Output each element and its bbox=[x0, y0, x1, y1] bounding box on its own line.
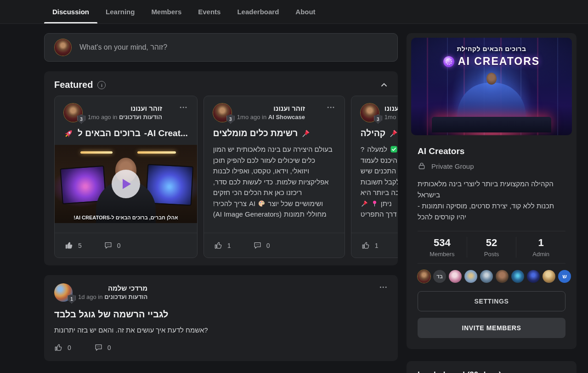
member-avatar[interactable] bbox=[449, 270, 462, 283]
member-avatar[interactable] bbox=[418, 270, 430, 283]
category-link[interactable]: הודעות ועדכונים bbox=[104, 293, 147, 300]
composer-placeholder: What's on your mind, זוהר? bbox=[79, 43, 167, 52]
sidebar-column: ברוכים הבאים לקהילת AI CREATORS AI Creat… bbox=[407, 33, 577, 373]
comment-count: 0 bbox=[107, 344, 111, 351]
comment-icon bbox=[94, 343, 103, 352]
like-button[interactable]: 0 bbox=[54, 343, 71, 352]
member-avatar[interactable]: ש bbox=[558, 270, 571, 283]
palette-icon bbox=[258, 200, 266, 207]
tab-about[interactable]: About bbox=[287, 0, 323, 23]
more-options-icon[interactable]: ••• bbox=[327, 103, 335, 110]
post-title[interactable]: קהילה bbox=[361, 128, 398, 138]
post-body: ? למעלה היכנס לעמוד התכנים שיש לקבל תשוב… bbox=[361, 144, 398, 220]
category-link[interactable]: AI Showcase bbox=[268, 114, 305, 121]
banner-desk bbox=[432, 117, 551, 132]
post-title[interactable]: רשימת כלים מומלצים bbox=[213, 128, 335, 138]
like-count: 0 bbox=[68, 344, 71, 351]
author-name[interactable]: זוהר וענונו bbox=[88, 104, 162, 112]
studio-light bbox=[137, 151, 176, 154]
tab-learning[interactable]: Learning bbox=[97, 0, 143, 23]
post-title[interactable]: ברוכים הבאים ל-AI Creat... bbox=[64, 128, 188, 138]
post-meta: 1mo ago in הודעות ועדכונים bbox=[88, 114, 162, 121]
info-icon[interactable]: i bbox=[97, 81, 106, 89]
like-button[interactable]: 1 bbox=[362, 241, 379, 250]
more-options-icon[interactable]: ••• bbox=[180, 103, 188, 110]
featured-card-welcome[interactable]: 3 זוהר וענונו 1mo ago in הודעות ועדכונים… bbox=[54, 96, 198, 258]
level-badge: 1 bbox=[68, 294, 76, 304]
member-avatar[interactable] bbox=[496, 270, 509, 283]
invite-members-button[interactable]: INVITE MEMBERS bbox=[418, 318, 565, 338]
leaderboard-title: Leaderboard (30-days) bbox=[418, 370, 565, 373]
privacy-label: Private Group bbox=[431, 162, 474, 170]
post-body: בעולם היצירה עם בינה מלאכותית יש המון כל… bbox=[213, 144, 335, 220]
group-description: הקהילה המקצועית ביותר ליוצרי בינה מלאכות… bbox=[418, 178, 565, 223]
level-badge: 3 bbox=[226, 115, 235, 124]
banner-figure-head bbox=[486, 73, 497, 85]
featured-card-community[interactable]: 3 זוהר וענונו 1mo קהילה bbox=[351, 96, 398, 258]
leaderboard-card: Leaderboard (30-days) bbox=[407, 361, 577, 373]
like-button[interactable]: 5 bbox=[65, 241, 82, 250]
author-name[interactable]: מרדכי שלמה bbox=[78, 284, 147, 292]
comment-icon bbox=[104, 241, 113, 250]
post-title[interactable]: לגביי הרשמה של גוגל בלבד bbox=[54, 309, 388, 320]
group-stats: 534 Members 52 Posts 1 Admin bbox=[418, 231, 565, 264]
chevron-up-icon bbox=[380, 81, 388, 89]
author-avatar[interactable]: 1 bbox=[54, 283, 73, 302]
play-button[interactable] bbox=[112, 170, 140, 198]
group-info-card: ברוכים הבאים לקהילת AI CREATORS AI Creat… bbox=[407, 33, 577, 349]
tab-members[interactable]: Members bbox=[143, 0, 190, 23]
featured-section: Featured i 3 bbox=[44, 71, 398, 265]
featured-card-tools[interactable]: 3 זוהר וענונו 1mo ago in AI Showcase •••… bbox=[204, 96, 345, 258]
tab-leaderboard[interactable]: Leaderboard bbox=[229, 0, 287, 23]
level-badge: 3 bbox=[374, 115, 382, 124]
video-thumbnail[interactable]: אהלן חברים, ברוכים הבאים ל-AI CREATORS! bbox=[55, 145, 197, 223]
author-avatar[interactable]: 3 bbox=[361, 103, 379, 122]
tab-events[interactable]: Events bbox=[190, 0, 229, 23]
banner-brand-text: AI CREATORS bbox=[458, 55, 540, 68]
lock-icon bbox=[418, 162, 426, 170]
community-page: Discussion Learning Members Events Leade… bbox=[0, 0, 588, 373]
check-icon bbox=[390, 145, 398, 153]
comment-button[interactable]: 0 bbox=[253, 241, 270, 250]
like-count: 1 bbox=[227, 242, 231, 249]
thumbs-up-icon bbox=[54, 343, 63, 352]
author-name[interactable]: זוהר וענונו bbox=[384, 104, 398, 112]
author-name[interactable]: זוהר וענונו bbox=[237, 104, 305, 112]
thumbs-up-icon bbox=[362, 241, 370, 250]
post-meta: 1mo ago in AI Showcase bbox=[237, 114, 305, 121]
settings-button[interactable]: SETTINGS bbox=[418, 291, 565, 311]
stat-admin: 1 Admin bbox=[516, 237, 565, 258]
level-badge: 3 bbox=[77, 115, 85, 124]
category-link[interactable]: הודעות ועדכונים bbox=[119, 114, 162, 121]
studio-light bbox=[80, 151, 113, 154]
stat-members: 534 Members bbox=[418, 237, 467, 258]
like-button[interactable]: 1 bbox=[214, 241, 231, 250]
current-user-avatar bbox=[55, 39, 71, 56]
pushpin-icon bbox=[389, 129, 398, 138]
featured-title: Featured bbox=[54, 80, 93, 90]
collapse-featured-button[interactable] bbox=[380, 81, 388, 89]
comment-count: 0 bbox=[117, 242, 121, 249]
featured-carousel: 3 זוהר וענונו 1mo ago in הודעות ועדכונים… bbox=[44, 96, 398, 258]
member-avatar[interactable] bbox=[527, 270, 540, 283]
tab-discussion[interactable]: Discussion bbox=[44, 0, 97, 23]
member-avatar[interactable] bbox=[543, 270, 555, 283]
post-meta: 1mo bbox=[384, 114, 398, 121]
post-composer[interactable]: What's on your mind, זוהר? bbox=[44, 33, 398, 62]
more-options-icon[interactable]: ••• bbox=[379, 283, 388, 290]
post-body: אשמח לדעת איך עושים את זה. והאם יש בזה י… bbox=[54, 326, 388, 334]
comment-button[interactable]: 0 bbox=[94, 343, 111, 352]
banner-welcome-text: ברוכים הבאים לקהילת bbox=[411, 45, 572, 52]
member-avatar[interactable]: בד bbox=[433, 270, 446, 283]
member-avatar[interactable] bbox=[464, 270, 477, 283]
member-avatar[interactable] bbox=[480, 270, 493, 283]
author-avatar[interactable]: 3 bbox=[64, 103, 82, 122]
author-avatar[interactable]: 3 bbox=[213, 103, 232, 122]
feed-post[interactable]: 1 מרדכי שלמה 1d ago in הודעות ועדכונים •… bbox=[44, 275, 398, 361]
post-meta: 1d ago in הודעות ועדכונים bbox=[78, 293, 147, 300]
member-avatar[interactable] bbox=[511, 270, 524, 283]
pushpin-icon bbox=[301, 129, 311, 138]
comment-button[interactable]: 0 bbox=[104, 241, 121, 250]
brain-icon bbox=[443, 56, 454, 67]
group-banner-image[interactable]: ברוכים הבאים לקהילת AI CREATORS bbox=[411, 38, 572, 135]
